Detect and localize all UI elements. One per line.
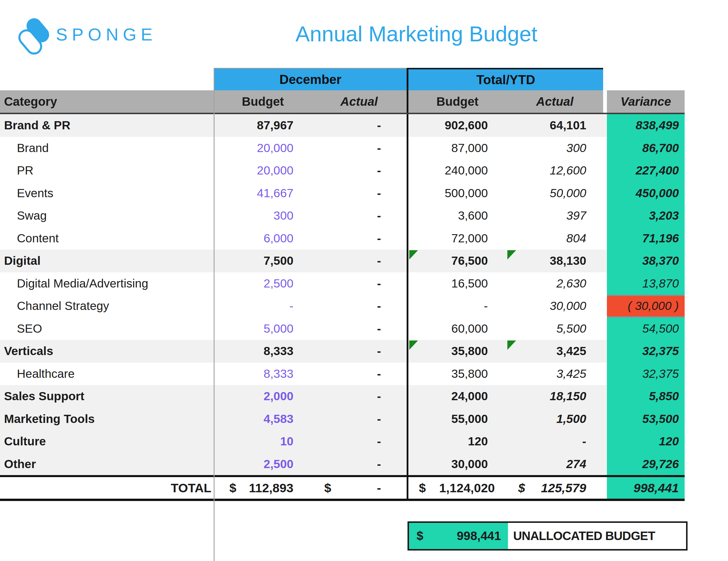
col-header-ytd-actual: Actual	[506, 90, 603, 113]
row-category: Healthcare	[0, 363, 214, 385]
table-row: Swag300-3,6003973,203	[0, 204, 685, 227]
table-row: Brand & PR87,967-902,60064,101838,499	[0, 114, 685, 137]
table-row: SEO5,000-60,0005,50054,500	[0, 318, 685, 340]
cell-variance: 5,850	[607, 385, 685, 408]
cell-dec-actual: -	[311, 204, 407, 227]
gutter	[603, 385, 607, 408]
cell-ytd-actual: 50,000	[506, 182, 603, 205]
row-category: Content	[0, 227, 214, 250]
gutter	[603, 295, 607, 318]
column-header-row: Category Budget Actual Budget Actual Var…	[0, 90, 685, 114]
cell-dec-actual: -	[311, 453, 407, 476]
row-category: Digital	[0, 249, 214, 272]
col-header-dec-budget: Budget	[214, 90, 311, 113]
cell-ytd-actual: 1,500	[506, 408, 603, 431]
gutter	[603, 363, 607, 385]
comment-flag-icon	[507, 250, 516, 259]
col-header-dec-actual: Actual	[311, 90, 407, 113]
cell-dec-budget: 5,000	[214, 318, 311, 340]
header-spacer	[0, 68, 214, 90]
cell-dec-actual: -	[311, 159, 407, 182]
row-category: Events	[0, 182, 214, 205]
cell-ytd-budget: 120	[408, 430, 506, 453]
col-header-category: Category	[0, 90, 214, 113]
cell-variance: 3,203	[607, 204, 685, 227]
cell-ytd-actual: 38,130	[506, 249, 603, 272]
cell-ytd-actual: -	[506, 430, 603, 453]
table-row: Verticals8,333-35,8003,42532,375	[0, 340, 685, 363]
budget-sheet: SPONGE Annual Marketing Budget December …	[0, 0, 728, 561]
cell-dec-budget: 87,967	[214, 114, 311, 137]
row-category: PR	[0, 159, 214, 182]
cell-ytd-budget: 55,000	[408, 408, 506, 431]
total-ytd-budget: $ 1,124,020	[408, 477, 506, 499]
header-gutter	[603, 68, 607, 90]
cell-dec-budget: 41,667	[214, 182, 311, 205]
dollar-sign: $	[229, 481, 236, 495]
cell-dec-actual: -	[311, 227, 407, 250]
gutter	[603, 318, 607, 340]
cell-variance: 120	[607, 430, 685, 453]
cell-ytd-actual: 3,425	[506, 363, 603, 385]
total-dec-budget-value: 112,893	[249, 481, 293, 495]
cell-dec-actual: -	[311, 318, 407, 340]
row-category: Swag	[0, 204, 214, 227]
gutter	[603, 204, 607, 227]
cell-dec-budget: 2,000	[214, 385, 311, 408]
cell-ytd-budget: 60,000	[408, 318, 506, 340]
cell-variance: 54,500	[607, 318, 685, 340]
cell-variance: 450,000	[607, 182, 685, 205]
cell-variance: 29,726	[607, 453, 685, 476]
gutter	[603, 408, 607, 431]
cell-ytd-budget: 240,000	[408, 159, 506, 182]
cell-dec-budget: 8,333	[214, 340, 311, 363]
cell-dec-budget: 20,000	[214, 159, 311, 182]
cell-dec-budget: 6,000	[214, 227, 311, 250]
gutter	[603, 182, 607, 205]
table-row: Sales Support2,000-24,00018,1505,850	[0, 385, 685, 408]
row-category: Marketing Tools	[0, 408, 214, 431]
dollar-sign: $	[518, 481, 525, 495]
cell-dec-budget: 300	[214, 204, 311, 227]
cell-ytd-budget: -	[408, 295, 506, 318]
gutter	[603, 477, 607, 499]
cell-variance: 227,400	[607, 159, 685, 182]
cell-variance: 32,375	[607, 363, 685, 385]
table-row: Healthcare8,333-35,8003,42532,375	[0, 363, 685, 385]
cell-ytd-budget: 500,000	[408, 182, 506, 205]
cell-variance: 838,499	[607, 114, 685, 137]
gutter	[603, 249, 607, 272]
row-category: SEO	[0, 318, 214, 340]
cell-ytd-actual: 64,101	[506, 114, 603, 137]
logo: SPONGE	[20, 18, 157, 51]
gutter	[603, 430, 607, 453]
total-ytd-actual-value: 125,579	[541, 481, 586, 495]
total-dec-actual-value: -	[377, 481, 381, 495]
cell-dec-budget: 2,500	[214, 453, 311, 476]
cell-variance: 86,700	[607, 137, 685, 160]
dollar-sign: $	[324, 481, 331, 495]
cell-ytd-budget: 87,000	[408, 137, 506, 160]
cell-dec-budget: 20,000	[214, 137, 311, 160]
cell-dec-budget: 7,500	[214, 249, 311, 272]
cell-dec-actual: -	[311, 408, 407, 431]
unallocated-label: UNALLOCATED BUDGET	[508, 523, 686, 549]
cell-ytd-actual: 30,000	[506, 295, 603, 318]
total-dec-budget: $ 112,893	[214, 477, 311, 499]
group-header-row: December Total/YTD	[0, 68, 685, 90]
col-header-variance: Variance	[607, 90, 685, 113]
total-rule-top	[0, 475, 685, 477]
table-row: Other2,500-30,00027429,726	[0, 453, 685, 476]
row-category: Verticals	[0, 340, 214, 363]
table-row: Brand20,000-87,00030086,700	[0, 137, 685, 160]
gutter	[603, 159, 607, 182]
total-rule-bottom	[0, 499, 685, 501]
cell-variance: 71,196	[607, 227, 685, 250]
cell-dec-budget: -	[214, 295, 311, 318]
total-dec-actual: $ -	[311, 477, 407, 499]
table-row: Marketing Tools4,583-55,0001,50053,500	[0, 408, 685, 431]
cell-dec-budget: 4,583	[214, 408, 311, 431]
unallocated-amount-cell: $ 998,441	[409, 523, 508, 549]
header-gutter	[603, 90, 607, 113]
cell-ytd-budget: 76,500	[408, 249, 506, 272]
